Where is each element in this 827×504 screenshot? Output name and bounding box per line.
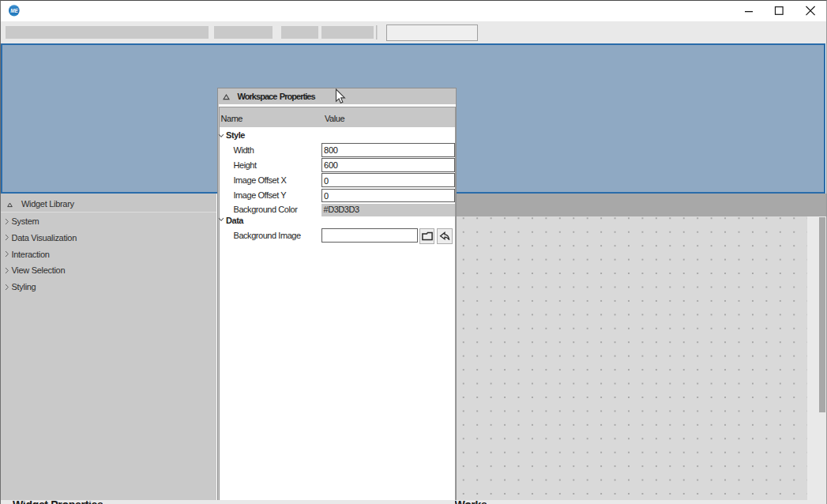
svg-text:ME: ME — [10, 8, 18, 13]
